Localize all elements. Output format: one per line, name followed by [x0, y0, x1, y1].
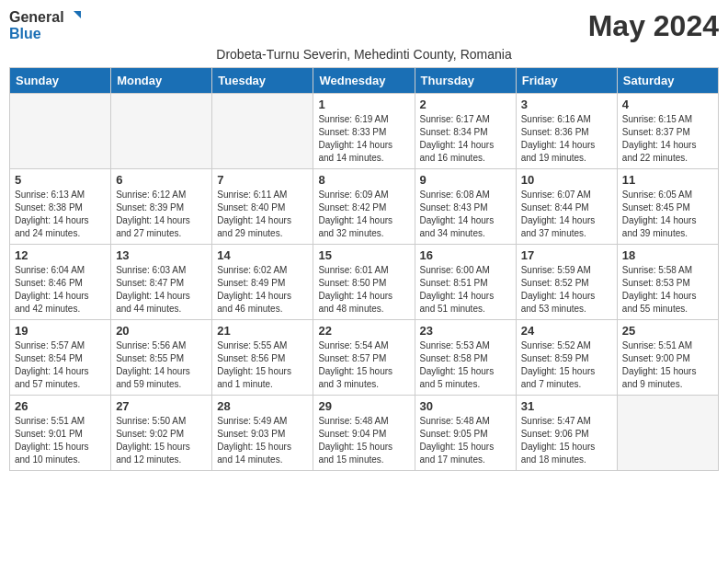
calendar-day-cell: 21Sunrise: 5:55 AMSunset: 8:56 PMDayligh… [212, 320, 313, 396]
day-detail: Sunrise: 5:55 AMSunset: 8:56 PMDaylight:… [217, 339, 308, 391]
calendar-day-cell: 5Sunrise: 6:13 AMSunset: 8:38 PMDaylight… [10, 169, 111, 245]
logo-general: General [9, 9, 64, 26]
calendar-day-cell: 20Sunrise: 5:56 AMSunset: 8:55 PMDayligh… [111, 320, 212, 396]
calendar-day-cell: 22Sunrise: 5:54 AMSunset: 8:57 PMDayligh… [313, 320, 415, 396]
calendar-day-cell: 19Sunrise: 5:57 AMSunset: 8:54 PMDayligh… [10, 320, 111, 396]
day-number: 28 [217, 399, 308, 413]
calendar-day-cell: 31Sunrise: 5:47 AMSunset: 9:06 PMDayligh… [516, 396, 617, 471]
day-detail: Sunrise: 5:51 AMSunset: 9:01 PMDaylight:… [15, 415, 106, 466]
calendar-week-row: 19Sunrise: 5:57 AMSunset: 8:54 PMDayligh… [10, 320, 719, 396]
day-number: 6 [116, 173, 207, 187]
day-number: 31 [521, 399, 612, 413]
calendar-day-cell: 23Sunrise: 5:53 AMSunset: 8:58 PMDayligh… [415, 320, 516, 396]
calendar-week-row: 12Sunrise: 6:04 AMSunset: 8:46 PMDayligh… [10, 245, 719, 320]
calendar-week-row: 26Sunrise: 5:51 AMSunset: 9:01 PMDayligh… [10, 396, 719, 471]
day-number: 21 [217, 324, 308, 338]
day-detail: Sunrise: 6:13 AMSunset: 8:38 PMDaylight:… [15, 189, 106, 240]
day-number: 11 [622, 173, 713, 187]
day-detail: Sunrise: 5:57 AMSunset: 8:54 PMDaylight:… [15, 339, 106, 391]
calendar-day-cell: 18Sunrise: 5:58 AMSunset: 8:53 PMDayligh… [617, 245, 718, 320]
day-detail: Sunrise: 6:00 AMSunset: 8:51 PMDaylight:… [420, 264, 511, 316]
day-detail: Sunrise: 6:08 AMSunset: 8:43 PMDaylight:… [420, 189, 511, 240]
day-detail: Sunrise: 6:03 AMSunset: 8:47 PMDaylight:… [116, 264, 207, 316]
calendar-day-header: Monday [111, 68, 212, 94]
day-number: 14 [217, 248, 308, 262]
day-number: 15 [318, 248, 409, 262]
calendar-day-header: Thursday [415, 68, 516, 94]
day-number: 19 [15, 324, 106, 338]
calendar-week-row: 1Sunrise: 6:19 AMSunset: 8:33 PMDaylight… [10, 94, 719, 169]
day-detail: Sunrise: 6:05 AMSunset: 8:45 PMDaylight:… [622, 189, 713, 240]
day-number: 13 [116, 248, 207, 262]
title-section: May 2024 [588, 9, 719, 43]
calendar-day-cell: 30Sunrise: 5:48 AMSunset: 9:05 PMDayligh… [415, 396, 516, 471]
calendar-day-cell [10, 94, 111, 169]
logo-container: General Blue [9, 9, 81, 42]
calendar-day-cell: 29Sunrise: 5:48 AMSunset: 9:04 PMDayligh… [313, 396, 415, 471]
calendar-day-cell [111, 94, 212, 169]
calendar-day-cell: 25Sunrise: 5:51 AMSunset: 9:00 PMDayligh… [617, 320, 718, 396]
day-detail: Sunrise: 5:47 AMSunset: 9:06 PMDaylight:… [521, 415, 612, 466]
calendar-day-cell: 3Sunrise: 6:16 AMSunset: 8:36 PMDaylight… [516, 94, 617, 169]
day-detail: Sunrise: 5:52 AMSunset: 8:59 PMDaylight:… [521, 339, 612, 391]
logo-bird-icon [64, 9, 81, 26]
day-detail: Sunrise: 5:54 AMSunset: 8:57 PMDaylight:… [318, 339, 409, 391]
day-number: 17 [521, 248, 612, 262]
day-detail: Sunrise: 6:12 AMSunset: 8:39 PMDaylight:… [116, 189, 207, 240]
calendar-day-cell: 9Sunrise: 6:08 AMSunset: 8:43 PMDaylight… [415, 169, 516, 245]
calendar-day-cell: 17Sunrise: 5:59 AMSunset: 8:52 PMDayligh… [516, 245, 617, 320]
day-detail: Sunrise: 5:49 AMSunset: 9:03 PMDaylight:… [217, 415, 308, 466]
logo: General Blue [9, 9, 81, 42]
day-number: 27 [116, 399, 207, 413]
calendar-day-header: Wednesday [313, 68, 415, 94]
calendar-day-header: Saturday [617, 68, 718, 94]
day-number: 4 [622, 98, 713, 111]
logo-blue: Blue [9, 26, 41, 41]
day-detail: Sunrise: 6:02 AMSunset: 8:49 PMDaylight:… [217, 264, 308, 316]
day-detail: Sunrise: 5:50 AMSunset: 9:02 PMDaylight:… [116, 415, 207, 466]
calendar-day-cell: 14Sunrise: 6:02 AMSunset: 8:49 PMDayligh… [212, 245, 313, 320]
calendar-day-header: Friday [516, 68, 617, 94]
calendar-day-cell: 8Sunrise: 6:09 AMSunset: 8:42 PMDaylight… [313, 169, 415, 245]
day-number: 16 [420, 248, 511, 262]
day-detail: Sunrise: 6:17 AMSunset: 8:34 PMDaylight:… [420, 113, 511, 165]
svg-marker-0 [74, 11, 81, 18]
day-number: 22 [318, 324, 409, 338]
day-number: 18 [622, 248, 713, 262]
calendar-day-cell [617, 396, 718, 471]
day-detail: Sunrise: 5:48 AMSunset: 9:04 PMDaylight:… [318, 415, 409, 466]
page-header: General Blue May 2024 [9, 9, 719, 43]
day-detail: Sunrise: 6:07 AMSunset: 8:44 PMDaylight:… [521, 189, 612, 240]
day-detail: Sunrise: 5:51 AMSunset: 9:00 PMDaylight:… [622, 339, 713, 391]
calendar-day-cell: 26Sunrise: 5:51 AMSunset: 9:01 PMDayligh… [10, 396, 111, 471]
day-number: 8 [318, 173, 409, 187]
day-number: 9 [420, 173, 511, 187]
day-number: 30 [420, 399, 511, 413]
day-number: 2 [420, 98, 511, 111]
calendar-day-cell: 15Sunrise: 6:01 AMSunset: 8:50 PMDayligh… [313, 245, 415, 320]
calendar-day-cell: 2Sunrise: 6:17 AMSunset: 8:34 PMDaylight… [415, 94, 516, 169]
day-detail: Sunrise: 5:58 AMSunset: 8:53 PMDaylight:… [622, 264, 713, 316]
day-number: 20 [116, 324, 207, 338]
day-number: 23 [420, 324, 511, 338]
day-detail: Sunrise: 6:15 AMSunset: 8:37 PMDaylight:… [622, 113, 713, 165]
day-detail: Sunrise: 6:16 AMSunset: 8:36 PMDaylight:… [521, 113, 612, 165]
day-number: 1 [318, 98, 409, 111]
day-number: 10 [521, 173, 612, 187]
calendar-day-cell: 1Sunrise: 6:19 AMSunset: 8:33 PMDaylight… [313, 94, 415, 169]
calendar-day-header: Tuesday [212, 68, 313, 94]
day-detail: Sunrise: 5:48 AMSunset: 9:05 PMDaylight:… [420, 415, 511, 466]
calendar-day-header: Sunday [10, 68, 111, 94]
calendar-day-cell [212, 94, 313, 169]
calendar-day-cell: 12Sunrise: 6:04 AMSunset: 8:46 PMDayligh… [10, 245, 111, 320]
calendar-day-cell: 28Sunrise: 5:49 AMSunset: 9:03 PMDayligh… [212, 396, 313, 471]
day-detail: Sunrise: 5:53 AMSunset: 8:58 PMDaylight:… [420, 339, 511, 391]
day-detail: Sunrise: 5:59 AMSunset: 8:52 PMDaylight:… [521, 264, 612, 316]
calendar-day-cell: 16Sunrise: 6:00 AMSunset: 8:51 PMDayligh… [415, 245, 516, 320]
day-number: 25 [622, 324, 713, 338]
day-number: 26 [15, 399, 106, 413]
calendar-header-row: SundayMondayTuesdayWednesdayThursdayFrid… [10, 68, 719, 94]
day-number: 3 [521, 98, 612, 111]
calendar-day-cell: 6Sunrise: 6:12 AMSunset: 8:39 PMDaylight… [111, 169, 212, 245]
calendar-day-cell: 4Sunrise: 6:15 AMSunset: 8:37 PMDaylight… [617, 94, 718, 169]
